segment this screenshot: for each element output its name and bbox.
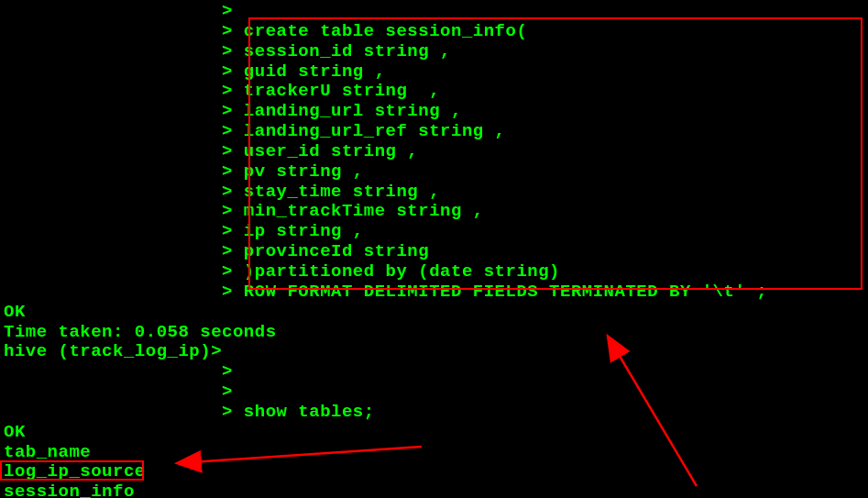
terminal-line: > provinceId string (4, 242, 864, 262)
terminal-line: > pv string , (4, 162, 864, 183)
terminal-line: > (4, 362, 864, 382)
terminal-line: session_info (4, 482, 864, 498)
terminal-line: log_ip_source (4, 462, 864, 482)
terminal-line: > create table session_info( (4, 22, 864, 42)
terminal-line: > user_id string , (4, 142, 864, 162)
terminal-line: > show tables; (4, 403, 864, 423)
terminal-line: > (4, 382, 864, 403)
terminal-line: > guid string , (4, 62, 864, 83)
terminal-line: > stay_time string , (4, 183, 864, 203)
terminal-line: Time taken: 0.058 seconds (4, 323, 864, 343)
terminal-line: > session_id string , (4, 42, 864, 62)
terminal-line: tab_name (4, 443, 864, 463)
terminal-line: > min_trackTime string , (4, 202, 864, 222)
terminal-line: OK (4, 303, 864, 323)
terminal-line: > landing_url string , (4, 102, 864, 122)
terminal-line: > trackerU string , (4, 82, 864, 102)
terminal-line: > landing_url_ref string , (4, 122, 864, 142)
terminal-line: > (4, 2, 864, 22)
terminal-line: > ip string , (4, 222, 864, 242)
terminal-line: > )partitioned by (date string) (4, 262, 864, 282)
terminal-line: hive (track_log_ip)> (4, 342, 864, 362)
terminal-line: > ROW FORMAT DELIMITED FIELDS TERMINATED… (4, 282, 864, 303)
terminal-line: OK (4, 423, 864, 443)
terminal-output: > > create table session_info( > session… (4, 2, 864, 498)
